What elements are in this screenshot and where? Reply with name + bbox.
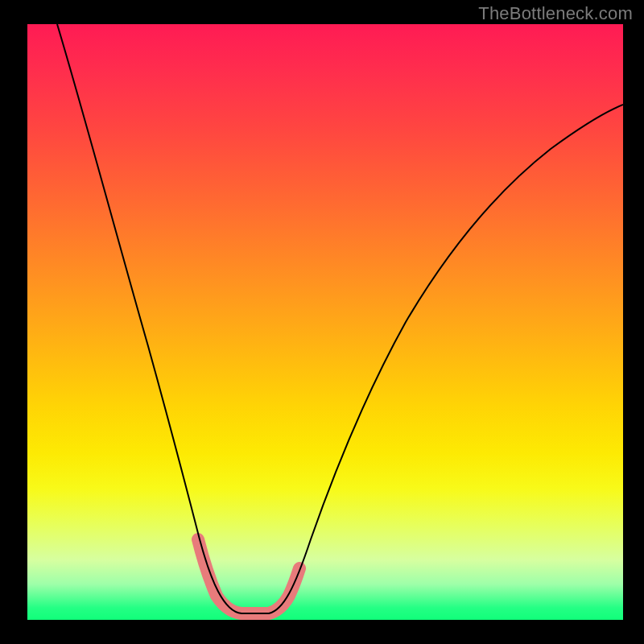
curve-layer	[27, 24, 623, 620]
plot-area	[27, 24, 623, 620]
bottleneck-curve	[57, 24, 623, 613]
chart-stage: TheBottleneck.com	[0, 0, 644, 644]
watermark-text: TheBottleneck.com	[478, 3, 633, 24]
